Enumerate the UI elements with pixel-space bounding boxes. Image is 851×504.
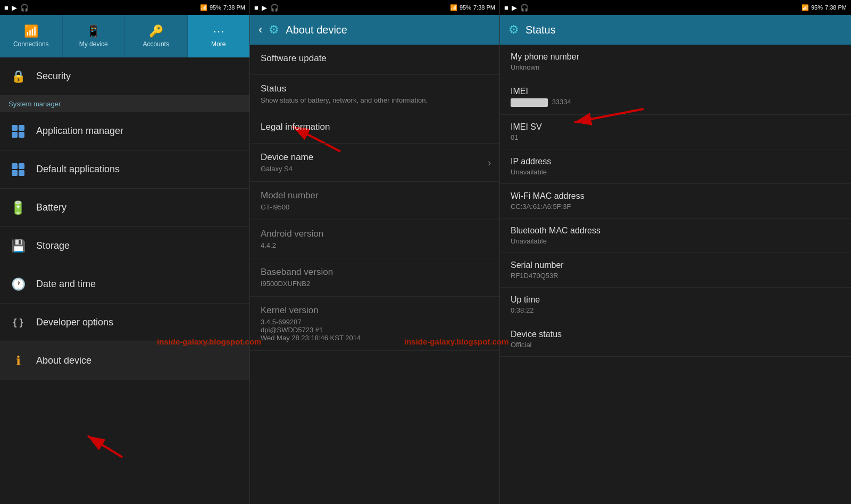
settings-list: 🔒 Security System manager Application ma… (0, 57, 249, 504)
status-item-imei: IMEI 33334 (500, 79, 851, 115)
svg-rect-6 (12, 125, 18, 131)
panel-aboutdevice: ■ ▶ 🎧 📶 95% 7:38 PM ‹ ⚙ About device Sof… (250, 0, 500, 504)
gear-icon-status: ⚙ (508, 23, 519, 37)
uptime-value: 0:38:22 (511, 306, 840, 314)
appmanager-icon (9, 122, 28, 141)
tab-mydevice-label: My device (79, 40, 108, 48)
ipaddress-title: IP address (511, 157, 840, 166)
about-item-kernelversion: Kernel version 3.4.5-699287 dpi@SWDD5723… (250, 297, 499, 351)
stop-icon-2: ■ (254, 4, 258, 12)
connections-icon: 📶 (24, 24, 38, 38)
play-icon-3: ▶ (512, 4, 517, 12)
phonenumber-title: My phone number (511, 52, 840, 62)
back-button[interactable]: ‹ (258, 23, 262, 37)
developer-icon: { } (9, 313, 28, 332)
status-bar-right-2: 📶 95% 7:38 PM (450, 4, 495, 11)
devicename-value: Galaxy S4 (261, 165, 489, 173)
defaultapps-icon (9, 160, 28, 179)
about-item-legal[interactable]: Legal information (250, 113, 499, 144)
imei-value: 33334 (511, 98, 840, 107)
settings-item-appmanager[interactable]: Application manager (0, 112, 249, 150)
developer-label: Developer options (36, 317, 113, 328)
status-item-uptime: Up time 0:38:22 (500, 288, 851, 322)
tab-more[interactable]: ⋯ More (188, 15, 250, 57)
imeisv-value: 01 (511, 133, 840, 141)
play-icon-2: ▶ (262, 4, 267, 12)
status-bar-left-3: ■ ▶ 🎧 (504, 4, 529, 12)
security-label: Security (36, 71, 71, 82)
status-bar-left-1: ■ ▶ 🎧 (4, 4, 29, 12)
status-item-wifimac: Wi-Fi MAC address CC:3A:61:A6:5F:3F (500, 184, 851, 219)
headphone-icon: 🎧 (20, 4, 29, 12)
tab-accounts[interactable]: 🔑 Accounts (125, 15, 188, 57)
svg-rect-10 (12, 163, 18, 169)
chevron-right-icon: › (488, 157, 491, 168)
androidversion-value: 4.4.2 (261, 241, 489, 249)
signal-icon-2: 📶 (450, 4, 457, 11)
imei-partial: 33334 (552, 98, 571, 106)
storage-label: Storage (36, 240, 70, 251)
settings-item-developer[interactable]: { } Developer options (0, 304, 249, 342)
serialnumber-title: Serial number (511, 261, 840, 270)
uptime-title: Up time (511, 295, 840, 305)
modelnumber-title: Model number (261, 190, 489, 201)
about-item-status[interactable]: Status Show status of battery, network, … (250, 75, 499, 113)
section-system-manager: System manager (0, 96, 249, 112)
status-bar-right-3: 📶 95% 7:38 PM (802, 4, 847, 11)
time-2: 7:38 PM (473, 4, 495, 11)
tab-connections[interactable]: 📶 Connections (0, 15, 63, 57)
panel-settings: ■ ▶ 🎧 📶 95% 7:38 PM 📶 Connections 📱 My d… (0, 0, 250, 504)
imei-blur-box (511, 98, 548, 107)
settings-item-datetime[interactable]: 🕐 Date and time (0, 265, 249, 304)
softwareupdate-title: Software update (261, 53, 489, 64)
defaultapps-label: Default applications (36, 164, 120, 175)
aboutdevice-label: About device (36, 355, 91, 366)
svg-rect-12 (12, 170, 18, 176)
about-list: Software update Status Show status of ba… (250, 45, 499, 504)
time-1: 7:38 PM (223, 4, 245, 11)
more-icon: ⋯ (213, 24, 224, 38)
aboutdevice-icon: ℹ (9, 351, 28, 371)
status-bar-3: ■ ▶ 🎧 📶 95% 7:38 PM (500, 0, 851, 15)
accounts-icon: 🔑 (149, 24, 163, 38)
about-item-basebandversion: Baseband version I9500DXUFNB2 (250, 258, 499, 297)
settings-item-battery[interactable]: 🔋 Battery (0, 189, 249, 227)
tab-mydevice[interactable]: 📱 My device (63, 15, 126, 57)
signal-icon: 📶 (200, 4, 207, 11)
kernelversion-value: 3.4.5-699287 dpi@SWDD5723 #1 Wed May 28 … (261, 318, 489, 342)
about-item-modelnumber: Model number GT-I9500 (250, 182, 499, 220)
tab-bar: 📶 Connections 📱 My device 🔑 Accounts ⋯ M… (0, 15, 249, 57)
svg-rect-9 (19, 132, 24, 138)
datetime-label: Date and time (36, 279, 96, 290)
about-item-softwareupdate[interactable]: Software update (250, 45, 499, 75)
tab-accounts-label: Accounts (143, 40, 169, 48)
settings-item-defaultapps[interactable]: Default applications (0, 150, 249, 189)
gear-icon: ⚙ (269, 23, 279, 37)
devicename-title: Device name (261, 152, 489, 163)
mydevice-icon: 📱 (86, 24, 101, 38)
devicestatus-title: Device status (511, 330, 840, 339)
datetime-icon: 🕐 (9, 275, 28, 294)
storage-icon: 💾 (9, 237, 28, 256)
headphone-icon-3: 🎧 (520, 4, 529, 12)
status-bar-left-2: ■ ▶ 🎧 (254, 4, 279, 12)
status-item-devicestatus: Device status Official (500, 322, 851, 357)
basebandversion-value: I9500DXUFNB2 (261, 280, 489, 288)
settings-item-security[interactable]: 🔒 Security (0, 57, 249, 96)
battery-percent-3: 95% (811, 4, 823, 11)
time-3: 7:38 PM (825, 4, 847, 11)
security-icon: 🔒 (9, 67, 28, 86)
status-item-ipaddress: IP address Unavailable (500, 149, 851, 184)
ipaddress-value: Unavailable (511, 168, 840, 176)
appmanager-label: Application manager (36, 125, 123, 137)
about-item-devicename[interactable]: Device name Galaxy S4 › (250, 144, 499, 182)
tab-connections-label: Connections (13, 40, 49, 48)
settings-item-storage[interactable]: 💾 Storage (0, 227, 249, 265)
tab-more-label: More (211, 40, 226, 48)
serialnumber-value: RF1D470Q53R (511, 272, 840, 280)
panel-status: ■ ▶ 🎧 📶 95% 7:38 PM ⚙ Status My phone nu… (500, 0, 851, 504)
settings-item-aboutdevice[interactable]: ℹ About device (0, 342, 249, 380)
battery-percent-2: 95% (460, 4, 471, 11)
svg-rect-11 (19, 163, 24, 169)
stop-icon-3: ■ (504, 4, 508, 12)
